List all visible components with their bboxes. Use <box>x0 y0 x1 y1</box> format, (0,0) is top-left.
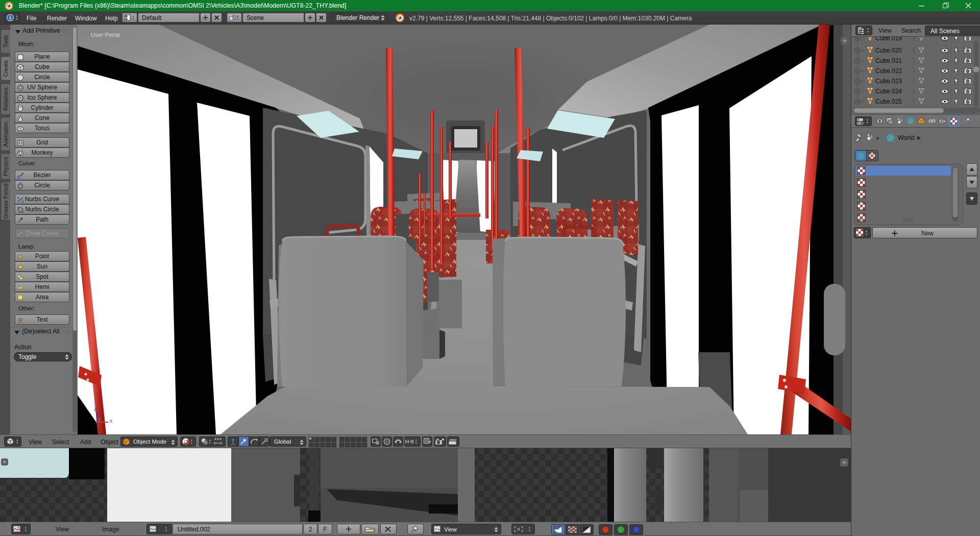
svg-text:Cube.024: Cube.024 <box>875 88 902 95</box>
svg-text:Cube.020: Cube.020 <box>875 47 902 54</box>
svg-text:F: F <box>18 316 22 324</box>
svg-text:Cube.025: Cube.025 <box>875 98 902 105</box>
svg-text:z: z <box>94 406 96 412</box>
svg-text:y: y <box>99 416 101 422</box>
svg-text:Cube.023: Cube.023 <box>875 78 902 85</box>
svg-text:Cube.021: Cube.021 <box>875 57 902 64</box>
svg-text:Cube.019: Cube.019 <box>875 37 902 42</box>
svg-text:x: x <box>110 418 112 424</box>
svg-text:Cube.022: Cube.022 <box>875 67 902 75</box>
svg-text:i: i <box>10 15 11 20</box>
svg-text:User Persp: User Persp <box>91 32 120 38</box>
